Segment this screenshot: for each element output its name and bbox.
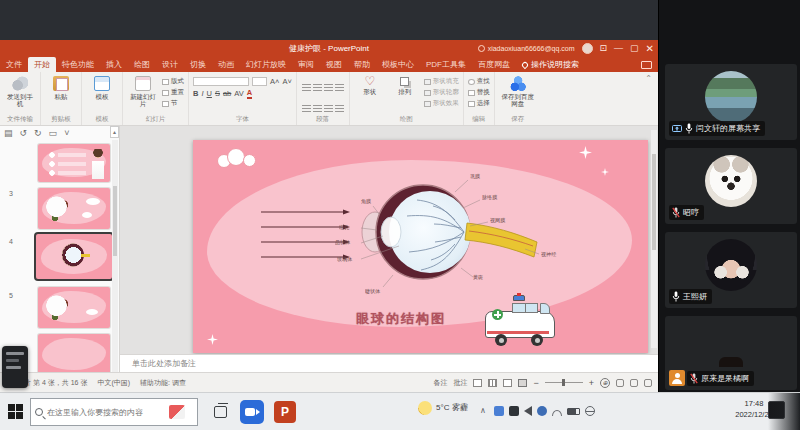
slideshow-from-start-icon[interactable]: ▭	[49, 128, 58, 138]
notes-toggle-button[interactable]: 备注	[433, 378, 447, 388]
account-avatar[interactable]	[582, 43, 593, 54]
volume-icon[interactable]	[524, 406, 532, 416]
replace-button[interactable]: 替换	[468, 88, 490, 97]
overlay-grid-icon[interactable]	[644, 379, 652, 387]
search-promo-icon[interactable]	[169, 405, 185, 419]
zoom-slider[interactable]	[545, 382, 583, 383]
align-right-icon[interactable]	[324, 105, 333, 112]
tab-review[interactable]: 审阅	[292, 57, 320, 72]
redo-icon[interactable]: ↻	[34, 128, 42, 138]
start-button[interactable]	[8, 404, 23, 419]
thumbnail-slide-4-selected[interactable]	[36, 234, 112, 279]
tab-slideshow[interactable]: 幻灯片放映	[240, 57, 292, 72]
powerpoint-taskbar-icon[interactable]: P	[274, 401, 296, 423]
tab-home[interactable]: 开始	[28, 57, 56, 72]
tray-expand-icon[interactable]: ∧	[480, 406, 486, 415]
collapse-ribbon-icon[interactable]: ⌃	[639, 72, 658, 125]
tab-pdf-tools[interactable]: PDF工具集	[420, 57, 472, 72]
tab-view[interactable]: 视图	[320, 57, 348, 72]
save-icon[interactable]: ▤	[4, 128, 13, 138]
participant-tile[interactable]: 昭哼	[665, 148, 797, 224]
align-center-icon[interactable]	[313, 105, 322, 112]
slide-sorter-view-icon[interactable]	[488, 379, 497, 387]
shapes-button[interactable]: ♡ 形状	[354, 75, 386, 114]
tab-file[interactable]: 文件	[0, 57, 28, 72]
tab-design[interactable]: 设计	[156, 57, 184, 72]
char-spacing-button[interactable]: AV	[234, 90, 243, 98]
participant-tile[interactable]: 原来是呆橘啊	[665, 316, 797, 390]
battery-icon[interactable]	[567, 408, 580, 415]
slide-title[interactable]: 眼球的结构图	[321, 310, 481, 328]
thumbnail-slide-2[interactable]	[38, 144, 110, 182]
tray-app-icon[interactable]	[494, 406, 504, 416]
slideshow-view-icon[interactable]	[518, 379, 527, 387]
reset-button[interactable]: 重置	[162, 88, 184, 97]
shadow-button[interactable]: ab	[223, 90, 231, 98]
accessibility-status[interactable]: 辅助功能: 调查	[140, 378, 186, 388]
italic-button[interactable]: I	[201, 90, 203, 98]
restore-icon[interactable]: ▢	[630, 44, 639, 53]
tab-special-features[interactable]: 特色功能	[56, 57, 100, 72]
shape-fill-button[interactable]: 形状填充	[424, 77, 459, 86]
minimize-icon[interactable]: —	[614, 44, 623, 53]
wifi-icon[interactable]	[552, 410, 562, 416]
tab-template-center[interactable]: 模板中心	[376, 57, 420, 72]
tab-insert[interactable]: 插入	[100, 57, 128, 72]
meeting-app-taskbar-icon[interactable]	[240, 400, 264, 424]
participant-tile-sharing[interactable]: 闫文轩的屏幕共享	[665, 64, 797, 140]
bullets-icon[interactable]	[302, 84, 311, 91]
undo-icon[interactable]: ↺	[20, 128, 28, 138]
tab-draw[interactable]: 绘图	[128, 57, 156, 72]
taskbar-search-box[interactable]	[30, 398, 198, 426]
save-to-baidu-button[interactable]: 保存到百度网盘	[499, 75, 537, 114]
close-icon[interactable]: ✕	[646, 44, 654, 54]
tab-animations[interactable]: 动画	[212, 57, 240, 72]
weather-widget[interactable]: 5°C 雾霾	[418, 401, 468, 415]
template-button[interactable]: 模板	[86, 75, 118, 114]
tray-sync-icon[interactable]	[537, 406, 547, 416]
tab-baidu-pan[interactable]: 百度网盘	[472, 57, 516, 72]
overlay-person-icon[interactable]	[630, 379, 638, 387]
thumbnail-slide-3[interactable]	[38, 188, 110, 229]
normal-view-icon[interactable]	[473, 379, 482, 387]
reading-view-icon[interactable]	[503, 379, 512, 387]
send-to-phone-button[interactable]: 发送到手机	[4, 75, 36, 114]
arrange-button[interactable]: 排列	[389, 75, 421, 114]
grow-font-button[interactable]: A˄	[270, 78, 279, 86]
qat-more-icon[interactable]: ˅	[64, 128, 69, 138]
thumbnail-slide-6[interactable]	[38, 334, 110, 372]
floating-menu-widget[interactable]	[2, 346, 28, 388]
bold-button[interactable]: B	[193, 90, 198, 98]
thumbnail-scroll-up-icon[interactable]: ▴	[110, 126, 119, 138]
ribbon-display-options-icon[interactable]: ⊡	[600, 44, 608, 53]
shape-effects-button[interactable]: 形状效果	[424, 99, 459, 108]
shrink-font-button[interactable]: A˅	[282, 78, 291, 86]
font-color-button[interactable]: A	[247, 89, 252, 99]
notes-bar[interactable]: 单击此处添加备注	[120, 354, 658, 372]
tell-me-search[interactable]: 操作说明搜索	[516, 57, 585, 72]
slide-canvas[interactable]: 角膜 瞳孔 晶状体 玻璃体 睫状体 巩膜 脉络膜 视网膜 视神经 黄斑 眼球的结…	[193, 140, 648, 353]
section-button[interactable]: 节	[162, 99, 184, 108]
participant-tile[interactable]: 王熙妍	[665, 232, 797, 308]
underline-button[interactable]: U	[207, 90, 212, 98]
shape-outline-button[interactable]: 形状轮廓	[424, 88, 459, 97]
paste-button[interactable]: 粘贴	[45, 75, 77, 114]
justify-icon[interactable]	[335, 105, 344, 112]
zoom-in-icon[interactable]: +	[589, 378, 594, 388]
overlay-mic-icon[interactable]	[616, 379, 624, 387]
tab-help[interactable]: 帮助	[348, 57, 376, 72]
thumbnail-slide-5[interactable]	[38, 287, 110, 328]
editor-scrollbar[interactable]	[651, 130, 657, 348]
font-name-box[interactable]	[193, 77, 249, 86]
font-size-box[interactable]	[252, 77, 267, 86]
search-input[interactable]	[47, 408, 165, 417]
indent-increase-icon[interactable]	[335, 84, 344, 91]
strikethrough-button[interactable]: S	[215, 90, 220, 98]
select-button[interactable]: 选择	[468, 99, 490, 108]
new-slide-button[interactable]: 新建幻灯片	[127, 75, 159, 114]
tab-transitions[interactable]: 切换	[184, 57, 212, 72]
comments-toggle-button[interactable]: 批注	[453, 378, 467, 388]
thumbnail-scrollbar[interactable]	[112, 140, 118, 372]
layout-button[interactable]: 版式	[162, 77, 184, 86]
task-view-icon[interactable]	[214, 406, 227, 418]
